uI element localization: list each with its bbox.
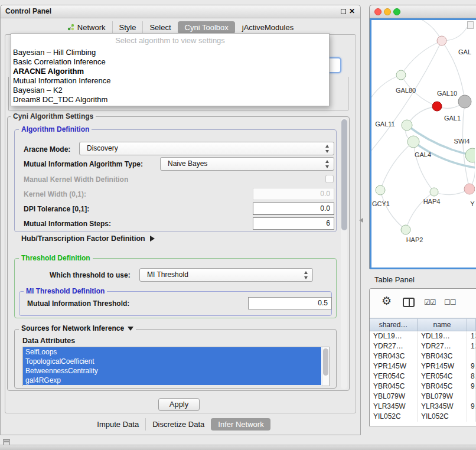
network-edge: [462, 102, 470, 189]
close-icon[interactable]: ✕: [349, 7, 355, 15]
network-node-label: GAL11: [375, 120, 395, 128]
attribute-item-gal4rgexp[interactable]: gal4RGexp: [23, 376, 321, 385]
network-node[interactable]: [458, 95, 471, 108]
network-edge: [371, 41, 442, 155]
table-cell: [467, 351, 476, 361]
sources-title-label: Sources for Network Inference: [21, 324, 124, 332]
network-view-window: GAL80GAL10GAL11GAL4SWI4GCY1HAP4YHAP2GAL1…: [369, 5, 476, 269]
tab-label: Cyni Toolbox: [185, 23, 229, 32]
tab-impute-data[interactable]: Impute Data: [90, 418, 145, 431]
algorithm-option-basic-correlation-inference[interactable]: Basic Correlation Inference: [11, 57, 329, 67]
column-header-name[interactable]: name: [418, 318, 467, 331]
algorithm-dropdown-popup: Select algorithm to view settings Bayesi…: [11, 33, 330, 106]
table-cell: YBR043C: [418, 351, 467, 361]
table-cell: YPR145W: [418, 361, 467, 371]
network-view-content: GAL80GAL10GAL11GAL4SWI4GCY1HAP4YHAP2GAL1…: [370, 18, 476, 269]
data-attributes-items: SelfLoopsTopologicalCoefficientBetweenne…: [23, 347, 329, 385]
aracne-mode-select[interactable]: Discovery: [79, 142, 334, 155]
tab-network[interactable]: Network: [61, 21, 112, 34]
table-row[interactable]: YBR045CYBR045C9.: [370, 381, 476, 392]
network-node-gal11[interactable]: [402, 120, 412, 131]
table-row[interactable]: YIL052CYIL052C: [370, 412, 476, 422]
tab-cyni-toolbox[interactable]: Cyni Toolbox: [178, 21, 235, 34]
data-attributes-list[interactable]: SelfLoopsTopologicalCoefficientBetweenne…: [22, 347, 330, 386]
table-row[interactable]: YDL19…YDL19…13: [370, 331, 476, 341]
columns-icon[interactable]: [403, 298, 415, 307]
algorithm-option-aracne-algorithm[interactable]: ARACNE Algorithm: [11, 67, 329, 76]
network-node-hap4[interactable]: [430, 188, 438, 196]
table-row[interactable]: YBR043CYBR043C: [370, 351, 476, 361]
network-node[interactable]: [437, 36, 446, 45]
table-row[interactable]: YLR345WYLR345W9.: [370, 402, 476, 412]
table-cell: YDR27…: [418, 341, 467, 351]
network-edge: [380, 190, 406, 230]
zoom-traffic-light[interactable]: [393, 8, 400, 15]
network-node-label: HAP2: [406, 236, 423, 243]
table-row[interactable]: YDR27…YDR27…12: [370, 341, 476, 351]
network-node-label: GAL: [458, 48, 471, 56]
algorithm-option-mutual-information-inference[interactable]: Mutual Information Inference: [11, 76, 329, 86]
algorithm-option-bayesian-hill-climbing[interactable]: Bayesian – Hill Climbing: [11, 48, 329, 57]
table-row[interactable]: YER054CYER054C8.: [370, 371, 476, 381]
tab-infer-network[interactable]: Infer Network: [211, 418, 270, 431]
minimize-traffic-light[interactable]: [384, 8, 391, 15]
kernel-width-field[interactable]: 0.0: [253, 188, 334, 200]
attribute-item-betweennesscentrality[interactable]: BetweennessCentrality: [23, 366, 321, 376]
which-threshold-label: Which threshold to use:: [50, 271, 131, 279]
manual-kernel-checkbox[interactable]: [325, 175, 334, 183]
dpi-tolerance-field[interactable]: 0.0: [253, 203, 334, 215]
network-node-gal4[interactable]: [407, 136, 419, 148]
mi-type-label: Mutual Information Algorithm Type:: [24, 160, 143, 168]
mi-steps-field[interactable]: 6: [253, 217, 334, 230]
network-canvas[interactable]: GAL80GAL10GAL11GAL4SWI4GCY1HAP4YHAP2GAL1…: [371, 20, 476, 268]
close-traffic-light[interactable]: [374, 8, 382, 15]
table-panel-title: Table Panel: [374, 275, 415, 284]
tab-jactivemodules[interactable]: jActiveModules: [235, 21, 300, 34]
mi-type-select[interactable]: Naive Bayes: [160, 157, 334, 171]
attribute-item-topologicalcoefficient[interactable]: TopologicalCoefficient: [23, 357, 321, 366]
table-panel-toolbar: ⚙ ☑☑ ☐☐: [370, 289, 476, 318]
hub-definition-section[interactable]: Hub/Transcription Factor Definition: [21, 234, 155, 243]
tab-style[interactable]: Style: [112, 21, 143, 34]
table-cell: 12: [467, 341, 476, 351]
table-cell: YDL19…: [418, 331, 467, 341]
sources-group-title[interactable]: Sources for Network Inference: [19, 324, 136, 332]
expand-right-icon: [150, 236, 155, 242]
network-node-label: GAL10: [437, 90, 457, 97]
tab-label: Impute Data: [97, 420, 139, 429]
float-window-icon[interactable]: [341, 9, 346, 14]
network-node-hap2[interactable]: [401, 225, 410, 234]
attributes-scrollbar-track[interactable]: [322, 347, 329, 386]
collapse-down-icon: [128, 327, 133, 331]
column-header-shared[interactable]: shared…: [370, 318, 418, 331]
network-node-y[interactable]: [464, 184, 475, 194]
mi-threshold-field[interactable]: 0.5: [248, 297, 332, 309]
column-header-extra[interactable]: [467, 318, 476, 331]
algorithm-option-dream8-dc-tdc-algorithm[interactable]: Dream8 DC_TDC Algorithm: [11, 95, 329, 105]
hub-definition-label: Hub/Transcription Factor Definition: [21, 234, 145, 243]
tab-discretize-data[interactable]: Discretize Data: [145, 418, 211, 431]
table-row[interactable]: YPR145WYPR145W9.: [370, 361, 476, 371]
network-node-swi4[interactable]: [465, 148, 475, 162]
table-cell: YIL052C: [370, 412, 418, 422]
network-node-gal10[interactable]: [432, 102, 442, 111]
settings-scrollbar-thumb[interactable]: [341, 119, 347, 230]
network-edge: [380, 142, 413, 190]
network-node-gal80[interactable]: [396, 70, 406, 80]
splitter-collapse-icon[interactable]: [359, 218, 363, 223]
network-scrollbar-button[interactable]: [467, 21, 474, 29]
table-row[interactable]: YBL079WYBL079W: [370, 392, 476, 402]
obscured-group-border: [348, 77, 348, 110]
which-threshold-select[interactable]: MI Threshold: [139, 268, 313, 282]
network-node-gcy1[interactable]: [376, 185, 385, 195]
apply-button[interactable]: Apply: [158, 398, 200, 411]
deselect-all-icon[interactable]: ☐☐: [444, 298, 456, 306]
tab-select[interactable]: Select: [142, 21, 177, 34]
tab-label: Infer Network: [218, 420, 263, 429]
gear-icon[interactable]: ⚙: [382, 295, 392, 306]
attributes-scrollbar-thumb[interactable]: [323, 348, 328, 376]
attribute-item-selfloops[interactable]: SelfLoops: [23, 347, 321, 357]
network-node-label: GAL1: [444, 115, 461, 122]
algorithm-option-bayesian-k2[interactable]: Bayesian – K2: [11, 86, 329, 95]
select-all-icon[interactable]: ☑☑: [424, 298, 436, 306]
